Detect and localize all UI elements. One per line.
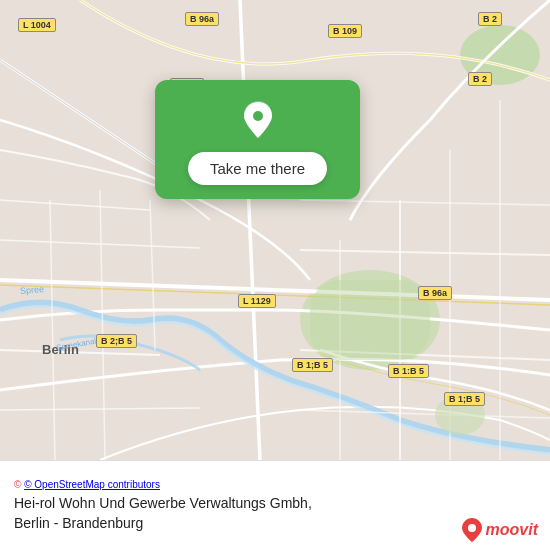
road-badge-l1004: L 1004 — [18, 18, 56, 32]
location-name: Hei-rol Wohn Und Gewerbe Verwaltungs Gmb… — [14, 494, 536, 533]
map-container: L 1004 B 96a B 109 B 2 B 2 B 96a B 96a L… — [0, 0, 550, 460]
svg-point-27 — [468, 524, 476, 532]
moovit-pin-icon — [462, 518, 482, 542]
location-pin-icon — [236, 98, 280, 142]
osm-link[interactable]: © OpenStreetMap contributors — [24, 479, 160, 490]
app: L 1004 B 96a B 109 B 2 B 2 B 96a B 96a L… — [0, 0, 550, 550]
road-badge-b109: B 109 — [328, 24, 362, 38]
road-badge-b96a-3: B 96a — [418, 286, 452, 300]
bottom-bar: © © OpenStreetMap contributors Hei-rol W… — [0, 460, 550, 550]
road-badge-b2-1: B 2 — [478, 12, 502, 26]
moovit-logo: moovit — [462, 518, 538, 542]
road-badge-b2b5: B 2;B 5 — [96, 334, 137, 348]
moovit-brand-text: moovit — [486, 521, 538, 539]
popup-card: Take me there — [155, 80, 360, 199]
road-badge-l1129: L 1129 — [238, 294, 276, 308]
osm-attribution: © © OpenStreetMap contributors — [14, 479, 536, 490]
road-badge-b2-2: B 2 — [468, 72, 492, 86]
spree-label: Spree — [20, 284, 45, 296]
road-badge-b96a-1: B 96a — [185, 12, 219, 26]
road-badge-b1b5-2: B 1:B 5 — [388, 364, 429, 378]
road-badge-b1b5-3: B 1;B 5 — [444, 392, 485, 406]
take-me-there-button[interactable]: Take me there — [188, 152, 327, 185]
road-badge-b1b5-1: B 1;B 5 — [292, 358, 333, 372]
osm-icon: © — [14, 479, 21, 490]
svg-point-26 — [253, 111, 263, 121]
svg-rect-24 — [310, 280, 430, 360]
